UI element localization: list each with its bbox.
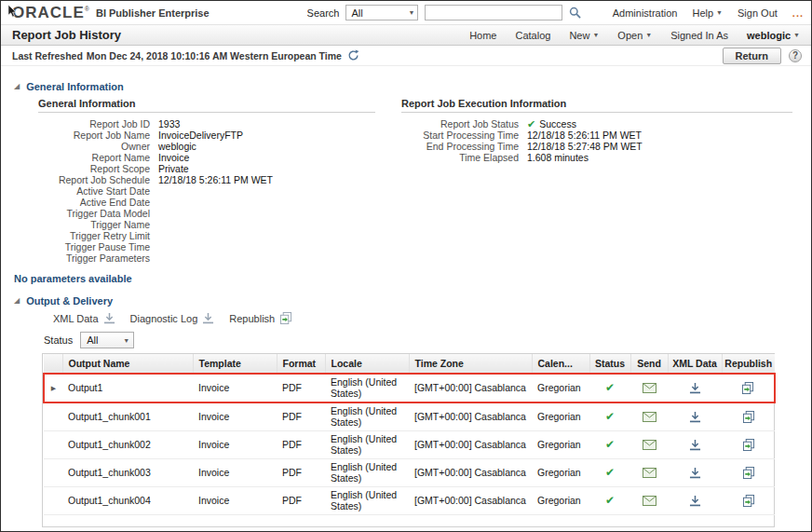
cell-template: Invoice (193, 487, 277, 515)
republish-icon[interactable] (742, 439, 755, 451)
republish-button[interactable]: Republish (229, 312, 292, 324)
section-expand-icon[interactable]: ◢ (14, 83, 20, 90)
field-row: Trigger Retry Limit (38, 230, 375, 241)
cell-time-zone: [GMT+00:00] Casablanca (409, 374, 532, 402)
field-row: Active End Date (38, 197, 375, 208)
xml-download-icon[interactable] (689, 412, 701, 423)
cell-output-name: Output1_chunk002 (62, 431, 193, 459)
status-success-icon: ✔ (605, 466, 615, 479)
send-icon[interactable] (643, 412, 656, 422)
search-scope-value: All (351, 7, 362, 19)
status-success-icon: ✔ (605, 494, 615, 507)
administration-link[interactable]: Administration (613, 7, 678, 19)
xml-download-icon[interactable] (689, 440, 701, 451)
status-filter-label: Status (44, 334, 73, 346)
search-icon[interactable] (569, 7, 581, 19)
return-button[interactable]: Return (723, 48, 781, 64)
search-label: Search (307, 7, 340, 19)
republish-icon[interactable] (742, 467, 755, 479)
field-row: Report Job Schedule12/18/18 5:26:11 PM W… (38, 174, 375, 185)
xml-download-icon[interactable] (689, 468, 701, 479)
more-menu-icon[interactable]: ... (792, 7, 804, 19)
diagnostic-log-label: Diagnostic Log (130, 313, 198, 324)
registered-mark: ® (85, 6, 89, 12)
cell-locale: English (United States) (325, 402, 409, 431)
column-header-xml-data: XML Data (668, 354, 722, 374)
section-title: Output & Delivery (26, 295, 113, 307)
field-value: weblogic (158, 141, 196, 152)
xml-data-button[interactable]: XML Data (53, 313, 115, 324)
output-delivery-section-header[interactable]: ◢ Output & Delivery (14, 295, 798, 307)
username: weblogic (747, 30, 791, 41)
field-row: Trigger Data Model (38, 208, 375, 219)
refresh-icon[interactable] (347, 49, 359, 61)
column-header-calendar: Calen... (532, 354, 589, 374)
table-row[interactable]: ▶ Output1 Invoice PDF English (United St… (44, 374, 775, 402)
field-row: End Processing Time12/18/18 5:27:48 PM W… (401, 141, 792, 152)
status-success-icon: ✔ (605, 410, 615, 423)
send-icon[interactable] (643, 383, 656, 393)
help-icon[interactable]: ? (789, 49, 802, 62)
send-icon[interactable] (643, 468, 656, 478)
nav-new-menu[interactable]: New ▼ (569, 30, 599, 41)
row-expand-icon[interactable]: ▶ (51, 385, 56, 391)
send-icon[interactable] (643, 496, 656, 506)
status-success-icon: ✔ (605, 381, 615, 394)
output-table-container: Output Name Template Format Locale Time … (42, 353, 775, 527)
cell-template: Invoice (193, 374, 277, 402)
nav-home[interactable]: Home (469, 30, 496, 41)
field-label: Trigger Name (38, 219, 150, 230)
column-header-output-name: Output Name (62, 354, 193, 374)
table-row[interactable]: Output1_chunk004 Invoice PDF English (Un… (44, 487, 775, 515)
xml-download-icon[interactable] (689, 496, 701, 507)
field-label: Trigger Data Model (38, 208, 150, 219)
nav-links: Home Catalog New ▼ Open ▼ Signed In As w… (469, 30, 800, 41)
general-information-body: General Information Report Job ID1933 Re… (38, 98, 798, 264)
field-row: Active Start Date (38, 185, 375, 197)
section-expand-icon[interactable]: ◢ (14, 297, 20, 305)
status-filter-select[interactable]: All ▼ (80, 332, 134, 348)
status-filter-value: All (87, 334, 98, 346)
republish-icon[interactable] (741, 382, 754, 394)
user-menu[interactable]: weblogic ▼ (747, 30, 800, 41)
table-row[interactable]: Output1_chunk001 Invoice PDF English (Un… (44, 402, 775, 431)
app-window: ORACLE ® BI Publisher Enterprise Search … (0, 0, 812, 532)
search-scope-select[interactable]: All ▼ (345, 5, 418, 20)
cell-calendar: Gregorian (532, 374, 589, 402)
diagnostic-log-button[interactable]: Diagnostic Log (130, 313, 215, 324)
field-row: Ownerweblogic (38, 141, 375, 152)
output-delivery-body: XML Data Diagnostic Log Republish (42, 312, 798, 527)
table-row[interactable]: Output1_chunk002 Invoice PDF English (Un… (44, 431, 775, 459)
output-toolbar: XML Data Diagnostic Log Republish (53, 312, 798, 324)
field-row: Trigger Parameters (38, 252, 375, 264)
general-information-column: General Information Report Job ID1933 Re… (38, 98, 375, 264)
search-input[interactable] (425, 5, 562, 20)
field-row: Report NameInvoice (38, 152, 375, 163)
field-label: Owner (38, 141, 150, 152)
nav-open-menu[interactable]: Open ▼ (617, 30, 652, 41)
field-row: Report Job Status ✔ Success (401, 118, 792, 130)
chevron-down-icon: ▼ (409, 9, 415, 16)
sign-out-link[interactable]: Sign Out (738, 7, 778, 19)
field-value: ✔ Success (527, 118, 576, 130)
cell-output-name: Output1_chunk003 (62, 459, 193, 487)
download-icon (103, 313, 115, 324)
republish-icon[interactable] (742, 495, 755, 507)
field-label: Active Start Date (38, 185, 150, 197)
cell-format: PDF (277, 487, 325, 515)
last-refreshed-timestamp: Mon Dec 24, 2018 10:10:16 AM Western Eur… (87, 50, 342, 61)
general-information-section-header[interactable]: ◢ General Information (14, 81, 798, 92)
republish-icon[interactable] (742, 411, 755, 423)
column-header-locale: Locale (325, 354, 409, 374)
nav-catalog[interactable]: Catalog (515, 30, 550, 41)
send-icon[interactable] (643, 440, 656, 450)
xml-download-icon[interactable] (689, 383, 701, 394)
field-value: InvoiceDeliveryFTP (158, 130, 243, 141)
field-value: 1.608 minutes (527, 152, 589, 163)
cell-time-zone: [GMT+00:00] Casablanca (409, 402, 532, 431)
cell-locale: English (United States) (325, 374, 409, 402)
table-row[interactable]: Output1_chunk003 Invoice PDF English (Un… (44, 459, 775, 487)
section-title: General Information (26, 81, 124, 92)
help-menu[interactable]: Help ▼ (692, 7, 723, 19)
xml-data-label: XML Data (53, 313, 99, 324)
